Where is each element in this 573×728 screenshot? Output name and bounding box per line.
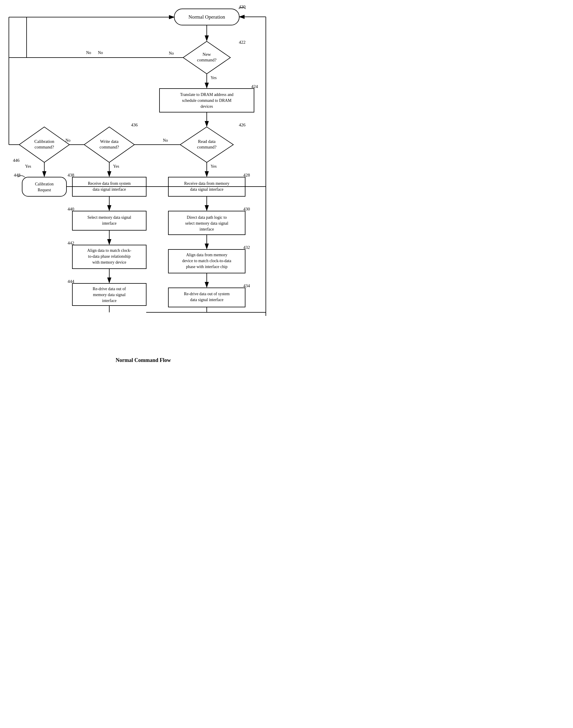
ref-444: 444 — [68, 279, 74, 284]
node-440-label: Select memory data signal — [88, 215, 131, 220]
label-422-yes: Yes — [211, 75, 216, 80]
svg-text:No: No — [98, 51, 103, 55]
svg-text:command?: command? — [197, 145, 216, 149]
node-448-label: Calibration — [35, 182, 54, 186]
svg-text:command?: command? — [100, 145, 119, 149]
ref-422: 422 — [239, 40, 246, 45]
label-436-yes: Yes — [113, 164, 119, 169]
svg-text:phase with interface chip: phase with interface chip — [186, 265, 227, 269]
node-444-label: Re-drive data out of — [93, 287, 126, 291]
flowchart-diagram: Normal Operation 420 New command? 422 No… — [0, 0, 286, 354]
ref-424: 424 — [251, 84, 258, 89]
label-426-no: No — [163, 138, 168, 143]
svg-text:data signal interface: data signal interface — [93, 187, 126, 191]
node-438-label: Receive data from system — [88, 181, 131, 186]
label-no-outer: No — [86, 51, 91, 55]
ref-430: 430 — [243, 207, 250, 211]
node-442-label: Align data to match clock- — [87, 248, 132, 253]
ref-420: 420 — [239, 4, 246, 9]
node-436-label: Write data — [100, 139, 119, 144]
ref-438: 438 — [68, 173, 74, 177]
node-424-label: Translate to DRAM address and — [180, 93, 233, 97]
node-428-label: Receive data from memory — [184, 181, 229, 186]
svg-text:Request: Request — [38, 188, 51, 192]
svg-text:device to match clock-to-data: device to match clock-to-data — [182, 259, 231, 263]
svg-text:devices: devices — [201, 104, 213, 109]
ref-434: 434 — [243, 283, 250, 288]
svg-text:interface: interface — [102, 221, 117, 226]
node-426-label: Read data — [198, 139, 216, 144]
svg-text:schedule command to DRAM: schedule command to DRAM — [182, 98, 231, 103]
node-434-label: Re-drive data out of system — [184, 292, 230, 296]
label-426-yes: Yes — [211, 164, 216, 169]
ref-448: 448 — [14, 173, 21, 177]
label-446-yes: Yes — [25, 164, 31, 169]
svg-text:with memory device: with memory device — [92, 260, 126, 265]
ref-428: 428 — [243, 173, 250, 177]
ref-436: 436 — [131, 122, 138, 127]
svg-text:data signal interface: data signal interface — [190, 297, 223, 302]
ref-446: 446 — [13, 158, 20, 163]
svg-text:interface: interface — [102, 298, 117, 303]
node-446-label: Calibration — [34, 139, 54, 144]
ref-440: 440 — [68, 207, 74, 211]
diagram-caption: Normal Command Flow — [0, 354, 286, 367]
svg-rect-31 — [72, 211, 146, 230]
svg-text:to-data phase relationship: to-data phase relationship — [88, 254, 131, 259]
ref-442: 442 — [68, 241, 74, 245]
node-430-label: Direct data path logic to — [187, 215, 226, 220]
label-436-no: No — [65, 138, 70, 143]
svg-rect-22 — [22, 177, 66, 196]
node-422-label: New — [203, 52, 211, 57]
svg-text:select memory data signal: select memory data signal — [185, 221, 228, 226]
label-422-no: No — [169, 51, 174, 56]
svg-text:memory data signal: memory data signal — [93, 292, 126, 297]
ref-432: 432 — [243, 245, 250, 250]
svg-text:command?: command? — [197, 58, 216, 62]
svg-text:interface: interface — [200, 227, 214, 231]
node-420-label: Normal Operation — [189, 14, 225, 20]
node-432-label: Align data from memory — [186, 253, 227, 257]
svg-text:command?: command? — [35, 145, 54, 149]
svg-text:data signal interface: data signal interface — [190, 187, 223, 191]
ref-426: 426 — [239, 122, 246, 127]
